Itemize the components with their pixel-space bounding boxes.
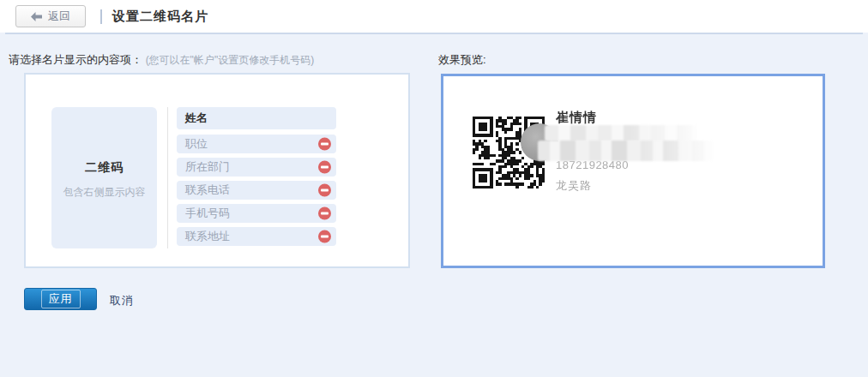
- back-arrow-icon: [31, 12, 42, 21]
- back-button-label: 返回: [48, 9, 70, 24]
- qr-box-title: 二维码: [51, 160, 157, 176]
- field-label: 手机号码: [185, 206, 230, 219]
- header-divider: [5, 33, 863, 34]
- field-label: 姓名: [185, 111, 208, 124]
- back-button[interactable]: 返回: [15, 5, 86, 27]
- field-row-5: 联系地址: [177, 227, 336, 246]
- preview-panel: 崔情情 18721928480 龙吴路: [441, 74, 825, 268]
- field-label: 联系电话: [185, 183, 230, 196]
- header-bar: 返回 设置二维码名片: [0, 0, 868, 33]
- remove-field-button[interactable]: [318, 184, 331, 197]
- page-title: 设置二维码名片: [112, 9, 208, 25]
- field-row-0: 姓名: [177, 107, 336, 129]
- field-label: 所在部门: [185, 160, 230, 173]
- card-content-panel: 二维码 包含右侧显示内容 姓名职位所在部门联系电话手机号码联系地址: [24, 73, 410, 268]
- field-label: 职位: [185, 137, 208, 150]
- preview-label: 效果预览:: [438, 52, 486, 68]
- preview-address: 龙吴路: [556, 178, 592, 194]
- apply-button-label: 应用: [41, 290, 81, 308]
- remove-field-button[interactable]: [318, 207, 331, 220]
- field-label: 联系地址: [185, 230, 230, 242]
- qr-box-subtitle: 包含右侧显示内容: [51, 185, 157, 200]
- vertical-divider: [167, 107, 168, 248]
- title-separator: [100, 9, 102, 24]
- field-row-1: 职位: [177, 135, 336, 153]
- content-items-label: 请选择名片显示的内容项： (您可以在"帐户"设置页修改手机号码): [9, 52, 314, 68]
- remove-field-button[interactable]: [318, 230, 331, 243]
- cancel-link[interactable]: 取消: [110, 293, 134, 308]
- content-items-label-text: 请选择名片显示的内容项：: [9, 53, 142, 66]
- qr-placeholder-box: 二维码 包含右侧显示内容: [51, 107, 157, 248]
- redacted-text-blur-1: [545, 125, 697, 141]
- field-row-2: 所在部门: [177, 158, 336, 177]
- phone-edit-hint: (您可以在"帐户"设置页修改手机号码): [146, 54, 315, 66]
- remove-field-button[interactable]: [318, 138, 331, 151]
- field-list: 姓名职位所在部门联系电话手机号码联系地址: [177, 107, 336, 250]
- apply-button[interactable]: 应用: [24, 288, 97, 310]
- field-row-3: 联系电话: [177, 181, 336, 200]
- remove-field-button[interactable]: [318, 161, 331, 174]
- preview-name: 崔情情: [556, 110, 597, 126]
- redacted-text-blur-2: [538, 141, 713, 161]
- field-row-4: 手机号码: [177, 204, 336, 223]
